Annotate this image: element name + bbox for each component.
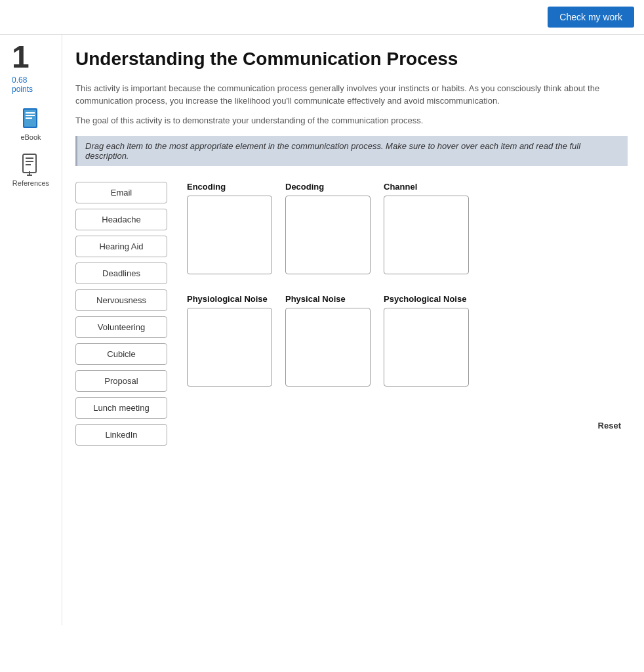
points-label: points xyxy=(12,85,33,94)
reset-area: Reset xyxy=(187,419,628,431)
psychological-noise-wrapper: Psychological Noise xyxy=(384,294,469,387)
svg-rect-7 xyxy=(26,161,33,162)
svg-rect-5 xyxy=(23,154,36,173)
encoding-dropzone[interactable] xyxy=(187,196,272,274)
physical-noise-dropzone[interactable] xyxy=(285,308,371,387)
decoding-label: Decoding xyxy=(285,182,324,192)
drag-item-cubicle[interactable]: Cubicle xyxy=(75,343,167,365)
drag-item-volunteering[interactable]: Volunteering xyxy=(75,316,167,338)
activity-area: Email Headache Hearing Aid Deadlines Ner… xyxy=(75,182,628,446)
sidebar: 1 0.68 points eBook Re xyxy=(0,35,62,625)
top-bar: Check my work xyxy=(0,0,644,35)
drop-row-2: Physiological Noise Physical Noise Psych… xyxy=(187,294,628,387)
references-label: References xyxy=(12,179,49,187)
physiological-noise-dropzone[interactable] xyxy=(187,308,272,387)
goal-text: The goal of this activity is to demonstr… xyxy=(75,114,628,127)
encoding-wrapper: Encoding xyxy=(187,182,272,274)
psychological-noise-dropzone[interactable] xyxy=(384,308,469,387)
svg-rect-10 xyxy=(27,175,32,176)
physical-noise-wrapper: Physical Noise xyxy=(285,294,371,387)
drag-item-headache[interactable]: Headache xyxy=(75,209,167,230)
sidebar-item-references[interactable]: References xyxy=(12,153,49,187)
drop-zones-column: Encoding Decoding Channel Physi xyxy=(187,182,628,446)
references-icon xyxy=(20,153,41,177)
instruction-text: Drag each item to the most appropriate e… xyxy=(85,141,580,161)
sidebar-item-ebook[interactable]: eBook xyxy=(20,107,41,141)
svg-rect-4 xyxy=(26,117,32,119)
ebook-label: eBook xyxy=(20,133,41,141)
points-value: 0.68 xyxy=(12,75,27,85)
content-area: Understanding the Communication Process … xyxy=(62,35,644,625)
description-text: This activity is important because the c… xyxy=(75,82,628,108)
drag-items-column: Email Headache Hearing Aid Deadlines Ner… xyxy=(75,182,167,446)
check-my-work-button[interactable]: Check my work xyxy=(548,7,634,28)
drag-item-proposal[interactable]: Proposal xyxy=(75,370,167,392)
decoding-wrapper: Decoding xyxy=(285,182,371,274)
svg-rect-8 xyxy=(26,164,31,165)
reset-button[interactable]: Reset xyxy=(598,421,621,430)
drag-item-nervousness[interactable]: Nervousness xyxy=(75,289,167,311)
drag-item-email[interactable]: Email xyxy=(75,182,167,203)
instruction-box: Drag each item to the most appropriate e… xyxy=(75,136,628,166)
page-title: Understanding the Communication Process xyxy=(75,48,628,70)
drop-row-1: Encoding Decoding Channel xyxy=(187,182,628,274)
svg-rect-2 xyxy=(26,112,35,114)
svg-rect-3 xyxy=(26,115,35,116)
drag-item-deadlines[interactable]: Deadlines xyxy=(75,262,167,284)
physiological-noise-wrapper: Physiological Noise xyxy=(187,294,272,387)
physical-noise-label: Physical Noise xyxy=(285,294,346,304)
ebook-icon xyxy=(20,107,41,131)
channel-label: Channel xyxy=(384,182,417,192)
decoding-dropzone[interactable] xyxy=(285,196,371,274)
points-display: 0.68 points xyxy=(0,75,33,94)
drag-item-linkedin[interactable]: LinkedIn xyxy=(75,424,167,446)
channel-dropzone[interactable] xyxy=(384,196,469,274)
drag-item-hearing-aid[interactable]: Hearing Aid xyxy=(75,236,167,257)
svg-rect-6 xyxy=(26,158,33,159)
encoding-label: Encoding xyxy=(187,182,226,192)
physiological-noise-label: Physiological Noise xyxy=(187,294,268,304)
psychological-noise-label: Psychological Noise xyxy=(384,294,466,304)
channel-wrapper: Channel xyxy=(384,182,469,274)
question-number: 1 xyxy=(0,41,30,73)
drag-item-lunch-meeting[interactable]: Lunch meeting xyxy=(75,397,167,419)
main-layout: 1 0.68 points eBook Re xyxy=(0,35,644,625)
